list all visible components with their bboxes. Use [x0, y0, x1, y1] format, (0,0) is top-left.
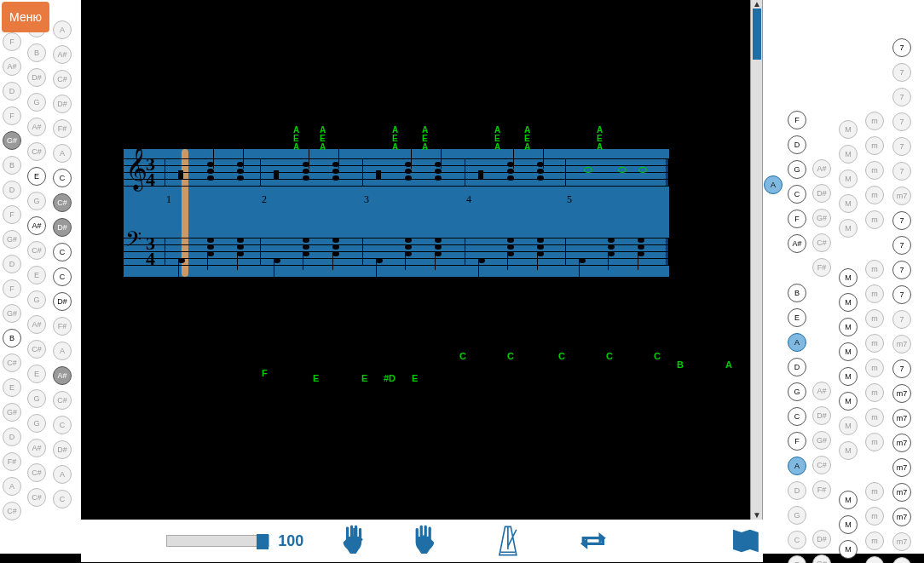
key-button[interactable]: A#: [27, 315, 46, 334]
key-button[interactable]: m: [865, 556, 884, 563]
key-button[interactable]: C#: [53, 193, 72, 212]
key-button[interactable]: D#: [53, 292, 72, 311]
key-button[interactable]: A#: [53, 366, 72, 385]
key-button[interactable]: M: [839, 268, 858, 287]
metronome-button[interactable]: [491, 524, 525, 558]
key-button[interactable]: m7: [892, 483, 911, 502]
key-button[interactable]: m7: [892, 458, 911, 477]
key-button[interactable]: F#: [53, 317, 72, 336]
key-button[interactable]: D: [788, 135, 806, 154]
key-button[interactable]: A#: [3, 57, 21, 76]
key-button[interactable]: m: [865, 284, 884, 303]
key-button[interactable]: m7: [892, 557, 911, 563]
key-button[interactable]: C#: [27, 241, 46, 260]
key-button[interactable]: m7: [892, 508, 911, 526]
key-button[interactable]: M: [839, 540, 858, 559]
key-button[interactable]: F#: [3, 452, 21, 471]
key-button[interactable]: M: [839, 441, 858, 460]
left-hand-button[interactable]: [338, 524, 372, 558]
key-button[interactable]: m: [865, 210, 884, 229]
key-button[interactable]: D: [788, 358, 806, 376]
key-button[interactable]: G#: [812, 554, 831, 563]
key-button[interactable]: 7: [892, 162, 911, 181]
key-button[interactable]: G#: [812, 431, 831, 450]
right-hand-button[interactable]: [406, 524, 440, 558]
key-button[interactable]: 7: [892, 38, 911, 57]
key-button[interactable]: B: [27, 43, 46, 62]
key-button[interactable]: D#: [812, 184, 831, 203]
key-button[interactable]: 7: [892, 310, 911, 329]
key-button[interactable]: A: [3, 477, 21, 496]
key-button[interactable]: 7: [892, 211, 911, 230]
key-button[interactable]: G#: [3, 131, 21, 150]
key-button[interactable]: D: [788, 481, 806, 500]
key-button[interactable]: C#: [812, 456, 831, 474]
key-button[interactable]: F: [788, 555, 806, 563]
key-button[interactable]: G#: [3, 304, 21, 323]
key-button[interactable]: F#: [812, 480, 831, 499]
key-button[interactable]: A#: [27, 118, 46, 136]
key-button[interactable]: m7: [892, 187, 911, 205]
key-button[interactable]: D#: [53, 440, 72, 459]
key-button[interactable]: M: [839, 491, 858, 509]
key-button[interactable]: A#: [788, 234, 806, 253]
key-button[interactable]: 7: [892, 63, 911, 82]
key-button[interactable]: C: [53, 169, 72, 187]
key-button[interactable]: G: [27, 389, 46, 408]
key-button[interactable]: C: [788, 407, 806, 426]
key-button[interactable]: C#: [53, 391, 72, 410]
key-button[interactable]: m: [865, 260, 884, 279]
key-button[interactable]: G#: [812, 209, 831, 227]
key-button[interactable]: M: [839, 120, 858, 139]
key-button[interactable]: A: [53, 465, 72, 484]
key-button[interactable]: G: [27, 290, 46, 309]
key-button[interactable]: D#: [812, 406, 831, 425]
key-button[interactable]: 7: [892, 137, 911, 156]
key-button[interactable]: D#: [53, 95, 72, 113]
key-button[interactable]: B: [788, 284, 806, 302]
key-button[interactable]: F#: [812, 258, 831, 277]
key-button[interactable]: D: [3, 428, 21, 446]
key-button[interactable]: A: [53, 342, 72, 360]
key-button[interactable]: M: [839, 293, 858, 312]
key-button[interactable]: D#: [53, 218, 72, 237]
key-button[interactable]: E: [788, 308, 806, 327]
menu-button[interactable]: Меню: [2, 2, 49, 32]
loop-button[interactable]: [576, 524, 610, 558]
key-button[interactable]: D#: [27, 68, 46, 87]
scrollbar-vertical[interactable]: ▲ ▼: [750, 0, 763, 520]
key-button[interactable]: 7: [892, 285, 911, 304]
key-button[interactable]: 7: [892, 112, 911, 131]
key-button[interactable]: G: [27, 93, 46, 112]
key-button[interactable]: G#: [3, 403, 21, 422]
key-button[interactable]: m: [865, 136, 884, 155]
scroll-up-icon[interactable]: ▲: [753, 0, 761, 9]
key-button[interactable]: F: [3, 106, 21, 125]
key-button[interactable]: C: [53, 416, 72, 434]
tempo-slider[interactable]: [166, 535, 269, 547]
key-button[interactable]: D: [3, 82, 21, 101]
key-button[interactable]: M: [839, 392, 858, 411]
key-button[interactable]: C#: [3, 502, 21, 520]
sheet-view[interactable]: 𝄞 34 𝄢 34 12345 AEAAEAAEAAEAAEAAEAAEA FE…: [81, 0, 750, 520]
key-button[interactable]: G: [788, 506, 806, 525]
key-button[interactable]: m7: [892, 532, 911, 551]
key-button[interactable]: C: [53, 490, 72, 508]
key-button[interactable]: M: [839, 367, 858, 386]
key-button[interactable]: F: [788, 432, 806, 451]
key-button[interactable]: E: [27, 365, 46, 383]
key-button[interactable]: m7: [892, 384, 911, 403]
key-button[interactable]: C#: [812, 233, 831, 252]
key-button[interactable]: A#: [812, 159, 831, 178]
key-button[interactable]: m7: [892, 335, 911, 353]
key-button[interactable]: m: [865, 309, 884, 328]
key-button[interactable]: F#: [53, 119, 72, 138]
key-button[interactable]: G: [788, 382, 806, 401]
key-button[interactable]: C#: [27, 340, 46, 359]
key-button[interactable]: E: [3, 378, 21, 397]
key-button[interactable]: M: [839, 342, 858, 361]
key-button[interactable]: m: [865, 161, 884, 180]
key-button[interactable]: M: [839, 417, 858, 435]
key-button[interactable]: m: [865, 433, 884, 451]
key-button[interactable]: M: [839, 515, 858, 534]
